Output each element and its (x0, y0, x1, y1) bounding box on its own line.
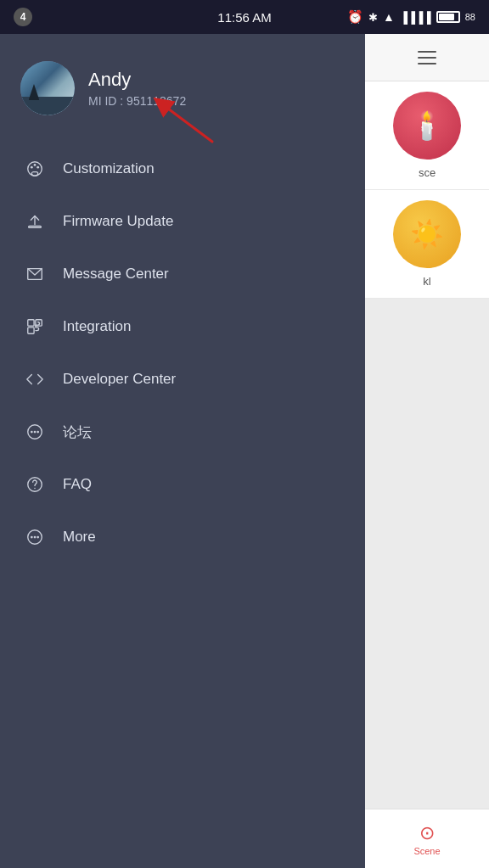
scene-name-bottom: kl (423, 275, 430, 288)
help-icon (24, 473, 46, 496)
developer-center-label: Developer Center (63, 371, 176, 388)
message-center-label: Message Center (63, 266, 169, 283)
notification-badge: 4 (14, 8, 32, 26)
menu-item-integration[interactable]: Integration (0, 300, 365, 353)
avatar (20, 61, 75, 115)
nav-item-scene[interactable]: ⊙ Scene (400, 815, 453, 863)
profile-section[interactable]: Andy MI ID : 951118672 (0, 34, 365, 136)
customization-label: Customization (63, 160, 155, 177)
mail-icon (24, 263, 46, 285)
scene-nav-label: Scene (413, 846, 440, 856)
more-label: More (63, 529, 96, 546)
scene-icon-red: 🕯️ (393, 92, 461, 160)
scene-item-candle[interactable]: 🕯️ sce (365, 81, 489, 190)
alarm-icon: ⏰ (347, 9, 363, 25)
svg-point-16 (34, 488, 35, 489)
svg-point-19 (34, 536, 37, 539)
svg-rect-6 (29, 227, 42, 228)
hamburger-button[interactable] (411, 44, 443, 71)
profile-name: Andy (88, 69, 186, 91)
menu-item-more[interactable]: More (0, 511, 365, 563)
more-icon (24, 526, 46, 548)
svg-point-14 (37, 431, 39, 434)
svg-point-12 (31, 431, 33, 434)
hamburger-line-1 (418, 51, 436, 53)
right-content: 🕯️ sce ☀️ kl ⊙ Scene (365, 81, 489, 868)
palette-icon (24, 158, 46, 180)
faq-label: FAQ (63, 476, 92, 493)
firmware-update-label: Firmware Update (63, 213, 173, 230)
forum-label: 论坛 (63, 423, 92, 442)
profile-info: Andy MI ID : 951118672 (88, 69, 186, 108)
svg-point-20 (37, 536, 39, 539)
svg-point-4 (34, 164, 37, 166)
menu-item-developer-center[interactable]: Developer Center (0, 353, 365, 406)
status-bar: 4 11:56 AM ⏰ ✱ ▲ ▐▐▐▐ 88 (0, 0, 489, 34)
status-bar-right: ⏰ ✱ ▲ ▐▐▐▐ 88 (347, 9, 475, 25)
svg-point-18 (31, 536, 33, 539)
upload-icon (24, 210, 46, 232)
profile-mi-id: MI ID : 951118672 (88, 94, 186, 108)
menu-item-faq[interactable]: FAQ (0, 458, 365, 511)
puzzle-icon (24, 316, 46, 338)
right-header (365, 34, 489, 81)
svg-point-3 (31, 166, 33, 169)
right-panel: 🕯️ sce ☀️ kl ⊙ Scene (365, 34, 489, 868)
signal-icon: ▐▐▐▐ (400, 11, 431, 24)
candle-emoji: 🕯️ (410, 109, 444, 142)
svg-rect-8 (28, 320, 34, 326)
wifi-icon: ▲ (383, 10, 395, 24)
bottom-nav: ⊙ Scene (365, 809, 489, 868)
hamburger-line-3 (418, 63, 436, 64)
main-layout: Andy MI ID : 951118672 (0, 34, 489, 868)
bluetooth-icon: ✱ (368, 11, 378, 24)
sun-emoji: ☀️ (410, 218, 444, 250)
integration-label: Integration (63, 318, 131, 335)
scene-name-top: sce (419, 166, 436, 179)
scene-nav-icon: ⊙ (419, 822, 435, 844)
scene-item-sun[interactable]: ☀️ kl (365, 190, 489, 299)
menu-list: Customization Firmware Update (0, 136, 365, 868)
menu-item-forum[interactable]: 论坛 (0, 406, 365, 458)
code-icon (24, 368, 46, 390)
svg-point-5 (37, 166, 39, 169)
svg-point-13 (34, 431, 37, 434)
right-empty-area (365, 299, 489, 809)
battery-indicator (436, 11, 460, 23)
status-bar-left: 4 (14, 8, 32, 26)
drawer: Andy MI ID : 951118672 (0, 34, 365, 868)
avatar-image (20, 61, 75, 115)
battery-level: 88 (465, 12, 475, 22)
menu-item-firmware-update[interactable]: Firmware Update (0, 195, 365, 248)
status-time: 11:56 AM (217, 10, 271, 25)
svg-rect-10 (28, 328, 34, 333)
hamburger-line-2 (418, 57, 436, 59)
menu-item-customization[interactable]: Customization (0, 143, 365, 195)
chat-icon (24, 421, 46, 443)
menu-item-message-center[interactable]: Message Center (0, 248, 365, 300)
scene-icon-yellow: ☀️ (393, 200, 461, 268)
